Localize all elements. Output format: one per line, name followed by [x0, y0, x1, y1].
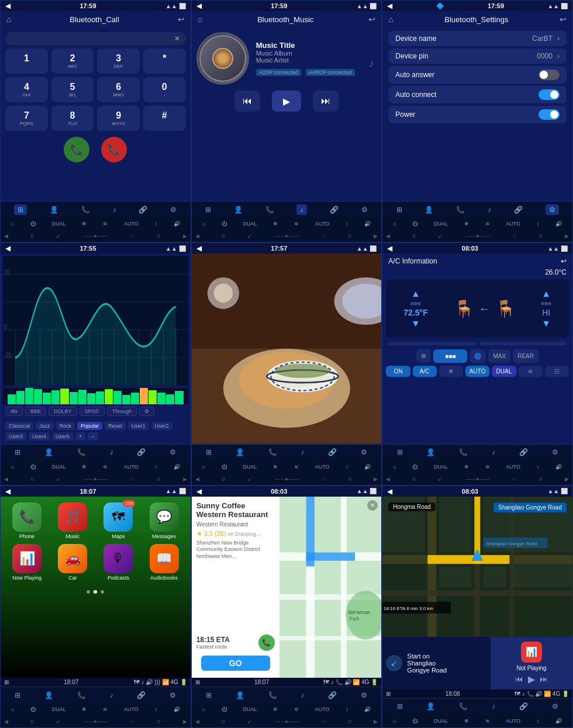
- next-button[interactable]: ⏭: [313, 91, 339, 112]
- fwd-btn-hvac[interactable]: ▶: [374, 719, 378, 724]
- ac-wind-btn[interactable]: 🌀: [470, 349, 486, 363]
- power-icon[interactable]: ⏻: [222, 464, 227, 470]
- preset-reset[interactable]: Reset: [105, 422, 126, 430]
- back-btn-hvac[interactable]: ◀: [4, 719, 8, 724]
- app-messages[interactable]: 💬 Messages: [143, 502, 184, 539]
- volume-icon[interactable]: 🔊: [364, 464, 371, 470]
- music-app-icon[interactable]: 🎵: [58, 502, 87, 532]
- hvac-icon2[interactable]: ☆: [321, 719, 326, 724]
- home-icon[interactable]: ⌂: [6, 15, 11, 24]
- next-ctrl-btn[interactable]: ⏭: [540, 674, 548, 684]
- fan-icon[interactable]: ≋: [103, 464, 108, 470]
- nav-phone-icon[interactable]: 📞: [459, 448, 468, 456]
- home-small-icon[interactable]: ⌂: [202, 221, 205, 227]
- auto-answer-row[interactable]: Auto answer: [388, 66, 567, 84]
- nav-route-button[interactable]: Shangliao Gongye Road: [493, 502, 567, 512]
- hvac-slider[interactable]: ——●——: [274, 476, 298, 482]
- home-icon[interactable]: ⌂: [198, 15, 202, 24]
- play-ctrl-btn[interactable]: ▶: [528, 674, 535, 685]
- nav-grid-icon[interactable]: ⊞: [15, 691, 20, 699]
- back-btn-hvac[interactable]: ◀: [195, 233, 199, 239]
- home-small-icon[interactable]: ⌂: [202, 464, 205, 470]
- snowflake-icon[interactable]: ❄: [82, 464, 87, 470]
- preset-remove[interactable]: −: [88, 432, 98, 441]
- now-playing-app-icon[interactable]: 📊: [12, 544, 42, 573]
- power-row[interactable]: Power: [388, 106, 567, 123]
- call-nav-btn[interactable]: 📞: [258, 635, 275, 651]
- grid-icon[interactable]: ⊞: [386, 691, 391, 697]
- dial-5[interactable]: 5JKL: [51, 77, 94, 102]
- app-audiobooks[interactable]: 📖 Audiobooks: [143, 544, 184, 581]
- nav-link-icon[interactable]: 🔗: [519, 448, 528, 456]
- hvac-icon1[interactable]: ↙: [56, 476, 61, 482]
- app-car[interactable]: 🚗 Car: [52, 544, 93, 581]
- volume-icon[interactable]: 🔊: [364, 706, 371, 712]
- nav-phone-icon[interactable]: 📞: [265, 206, 274, 214]
- nav-user-icon[interactable]: 👤: [424, 206, 433, 214]
- nav-phone-icon[interactable]: 📞: [268, 691, 277, 699]
- nav-music-icon[interactable]: ♪: [492, 448, 495, 456]
- hvac-slider[interactable]: ——●——: [84, 233, 108, 239]
- home-small-icon[interactable]: ⌂: [202, 706, 205, 712]
- power-icon[interactable]: ⏻: [30, 706, 36, 712]
- maps-app-icon[interactable]: 🗺 259: [103, 502, 133, 532]
- dial-1[interactable]: 1: [5, 48, 48, 74]
- podcasts-app-icon[interactable]: 🎙: [103, 544, 133, 573]
- snowflake-icon[interactable]: ❄: [273, 706, 278, 712]
- fan-icon[interactable]: ≋: [103, 706, 108, 712]
- snowflake-icon[interactable]: ❄: [273, 221, 278, 227]
- nav-phone-icon[interactable]: 📞: [77, 448, 86, 456]
- nav-grid-icon[interactable]: ⊞: [206, 448, 212, 456]
- nav-gear-icon[interactable]: ⚙: [361, 448, 367, 456]
- nav-grid-icon[interactable]: ⊞: [397, 448, 403, 456]
- preset-add[interactable]: +: [75, 432, 85, 441]
- dial-hash[interactable]: #: [143, 106, 186, 131]
- page-dot-3[interactable]: [101, 590, 104, 594]
- page-dot-1[interactable]: [87, 590, 90, 594]
- back-arrow-icon[interactable]: ◀: [196, 487, 202, 495]
- auto-connect-row[interactable]: Auto connect: [388, 86, 567, 103]
- dial-3[interactable]: 3DEF: [97, 48, 140, 74]
- ac-on-btn[interactable]: ON: [386, 366, 410, 377]
- fwd-btn-hvac[interactable]: ▶: [374, 233, 378, 239]
- snowflake-icon[interactable]: ❄: [82, 706, 87, 712]
- snowflake-icon[interactable]: ❄: [82, 221, 87, 227]
- back-arrow-icon[interactable]: ◀: [196, 2, 202, 10]
- hvac-icon1[interactable]: ↙: [247, 476, 252, 482]
- back-arrow-icon[interactable]: ◀: [5, 244, 11, 252]
- power-icon[interactable]: ⏻: [222, 221, 227, 227]
- dial-8[interactable]: 8TUV: [51, 106, 94, 131]
- dts-btn[interactable]: dts: [5, 407, 23, 416]
- power-icon[interactable]: ⏻: [412, 718, 417, 724]
- hvac-slider[interactable]: ——●——: [465, 233, 489, 239]
- auto-connect-toggle[interactable]: [539, 89, 560, 100]
- ac-gear-btn[interactable]: ⚙: [416, 349, 431, 363]
- hvac-slider[interactable]: ——●——: [465, 476, 489, 482]
- arrows-icon[interactable]: ↕: [346, 464, 348, 470]
- preset-rock[interactable]: Rock: [56, 422, 75, 430]
- nav-user-icon[interactable]: 👤: [234, 206, 243, 214]
- nav-gear-icon[interactable]: ⚙: [361, 206, 368, 214]
- page-dot-2[interactable]: [94, 590, 97, 594]
- nav-user-icon[interactable]: 👤: [50, 206, 58, 214]
- dial-7[interactable]: 7PQRS: [5, 106, 48, 131]
- nav-link-icon[interactable]: 🔗: [328, 448, 337, 456]
- nav-music-icon[interactable]: ♪: [301, 448, 304, 456]
- snowflake-icon[interactable]: ❄: [464, 464, 469, 470]
- volume-icon[interactable]: 🔊: [364, 221, 371, 227]
- app-podcasts[interactable]: 🎙 Podcasts: [98, 544, 139, 581]
- nav-music-icon[interactable]: ♪: [110, 691, 113, 699]
- dial-9[interactable]: 9WXYZ: [97, 106, 140, 131]
- back-arrow-icon[interactable]: ◀: [5, 487, 11, 495]
- audiobooks-app-icon[interactable]: 📖: [150, 544, 179, 573]
- number-input-bar[interactable]: ✕: [5, 32, 186, 45]
- arrows-icon[interactable]: ↕: [154, 221, 157, 227]
- dial-2[interactable]: 2ABC: [51, 48, 94, 74]
- go-button[interactable]: GO: [201, 656, 270, 671]
- nav-gear-icon[interactable]: ⚙: [546, 204, 559, 215]
- fwd-btn-hvac[interactable]: ▶: [374, 476, 378, 482]
- nav-phone-icon[interactable]: 📞: [77, 691, 86, 699]
- hangup-button[interactable]: 📞: [101, 137, 127, 162]
- clear-button[interactable]: ✕: [174, 34, 180, 43]
- home-small-icon[interactable]: ⌂: [11, 706, 14, 712]
